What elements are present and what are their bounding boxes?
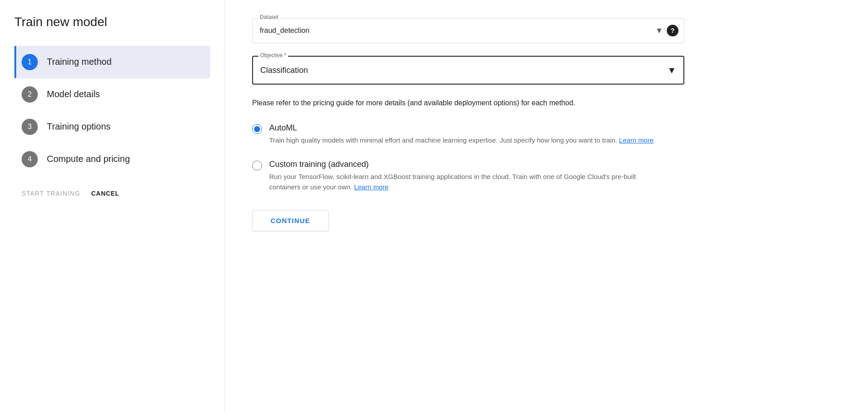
dataset-dropdown-icon: ▼ xyxy=(655,26,663,36)
step-item-3[interactable]: 3 Training options xyxy=(14,111,210,143)
sidebar: Train new model 1 Training method 2 Mode… xyxy=(0,0,225,412)
step-label-1: Training method xyxy=(47,57,112,67)
dataset-value: fraud_detection xyxy=(253,18,655,43)
step-item-2[interactable]: 2 Model details xyxy=(14,78,210,111)
automl-desc: Train high quality models with minimal e… xyxy=(269,135,654,146)
radio-group: AutoML Train high quality models with mi… xyxy=(252,123,684,193)
custom-training-learn-more-link[interactable]: Learn more xyxy=(354,183,389,191)
automl-title: AutoML xyxy=(269,123,654,133)
sidebar-actions: START TRAINING CANCEL xyxy=(14,190,210,197)
objective-select-wrapper[interactable]: Objective Classification Regression ▼ xyxy=(252,56,684,85)
dataset-select-wrapper[interactable]: Dataset fraud_detection ▼ ? xyxy=(252,18,684,43)
dataset-field-group: Dataset fraud_detection ▼ ? xyxy=(252,18,684,43)
custom-training-desc: Run your TensorFlow, scikit-learn and XG… xyxy=(269,172,665,192)
start-training-button[interactable]: START TRAINING xyxy=(22,190,81,197)
step-label-2: Model details xyxy=(47,89,100,99)
automl-radio[interactable] xyxy=(252,124,262,134)
pricing-note: Please refer to the pricing guide for mo… xyxy=(252,97,666,109)
objective-field-group: Objective Classification Regression ▼ xyxy=(252,56,684,85)
step-number-4: 4 xyxy=(22,151,38,167)
dataset-label: Dataset xyxy=(258,14,280,20)
custom-training-option: Custom training (advanced) Run your Tens… xyxy=(252,160,684,192)
objective-label: Objective xyxy=(258,52,288,58)
step-label-4: Compute and pricing xyxy=(47,154,130,164)
step-number-1: 1 xyxy=(22,54,38,70)
help-icon[interactable]: ? xyxy=(667,25,678,36)
continue-button[interactable]: CONTINUE xyxy=(252,210,329,231)
steps-list: 1 Training method 2 Model details 3 Trai… xyxy=(14,46,210,175)
step-item-4[interactable]: 4 Compute and pricing xyxy=(14,143,210,175)
step-label-3: Training options xyxy=(47,121,111,132)
step-number-3: 3 xyxy=(22,119,38,135)
custom-training-radio[interactable] xyxy=(252,161,262,170)
custom-training-title: Custom training (advanced) xyxy=(269,160,665,169)
main-content: Dataset fraud_detection ▼ ? Objective Cl… xyxy=(225,0,868,412)
custom-training-content: Custom training (advanced) Run your Tens… xyxy=(269,160,665,192)
objective-select[interactable]: Classification Regression xyxy=(253,57,683,84)
step-number-2: 2 xyxy=(22,86,38,103)
cancel-button[interactable]: CANCEL xyxy=(91,190,120,197)
page-title: Train new model xyxy=(14,14,210,30)
automl-content: AutoML Train high quality models with mi… xyxy=(269,123,654,146)
automl-option: AutoML Train high quality models with mi… xyxy=(252,123,684,146)
form-section: Dataset fraud_detection ▼ ? Objective Cl… xyxy=(252,18,684,231)
step-item-1[interactable]: 1 Training method xyxy=(14,46,210,78)
dataset-select-icons: ▼ ? xyxy=(655,25,684,36)
automl-learn-more-link[interactable]: Learn more xyxy=(619,136,654,144)
